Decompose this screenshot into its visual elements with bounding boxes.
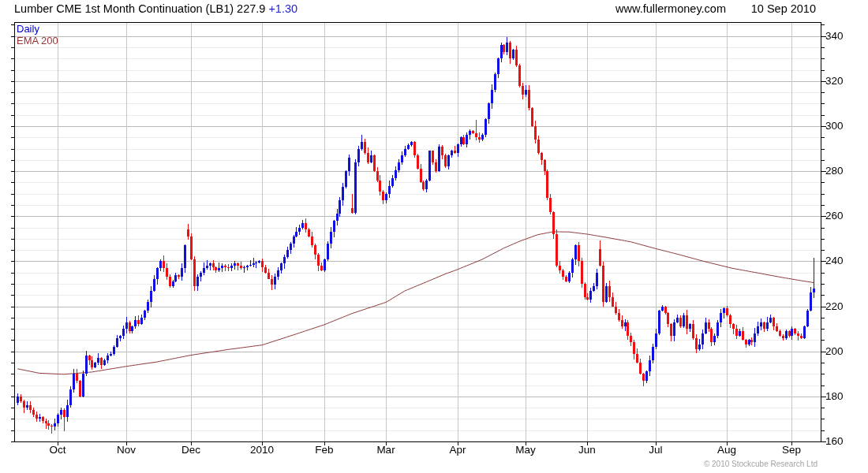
x-axis-label: Jun [568, 444, 606, 456]
x-axis-label: Nov [107, 444, 145, 456]
x-axis-label: Oct [39, 444, 77, 456]
y-axis-label: 240 [825, 255, 860, 266]
chart-title: Lumber CME 1st Month Continuation (LB1) … [14, 2, 297, 15]
y-axis-label: 280 [825, 165, 860, 177]
date-label: 10 Sep 2010 [751, 2, 816, 15]
y-axis-label: 180 [825, 390, 860, 402]
x-axis-label: May [507, 444, 544, 456]
legend-daily-label: Daily [17, 23, 58, 35]
y-axis-label: 320 [825, 75, 860, 87]
y-axis-label: 260 [825, 210, 860, 222]
y-axis-label: 160 [825, 435, 860, 447]
legend-ema-label: EMA 200 [17, 35, 58, 47]
x-axis-label: Jul [637, 444, 675, 456]
x-axis-label: 2010 [243, 444, 281, 456]
x-axis-label: Sep [773, 444, 810, 456]
y-axis-label: 200 [825, 345, 860, 357]
chart-title-main: Lumber CME 1st Month Continuation (LB1) … [14, 2, 265, 15]
y-axis-label: 340 [825, 30, 860, 42]
y-axis-label: 300 [825, 120, 860, 132]
x-axis-label: Mar [367, 444, 405, 456]
chart-page: Lumber CME 1st Month Continuation (LB1) … [0, 0, 868, 473]
x-axis-label: Apr [439, 444, 477, 456]
x-axis-label: Aug [708, 444, 746, 456]
website-label: www.fullermoney.com [615, 2, 726, 15]
price-chart-canvas [0, 0, 868, 473]
chart-legend: Daily EMA 200 [17, 23, 58, 47]
x-axis-label: Feb [305, 444, 343, 456]
y-axis-label: 220 [825, 300, 860, 312]
chart-title-change: +1.30 [268, 2, 297, 15]
x-axis-label: Dec [172, 444, 210, 456]
copyright-label: © 2010 Stockcube Research Ltd [704, 460, 817, 468]
